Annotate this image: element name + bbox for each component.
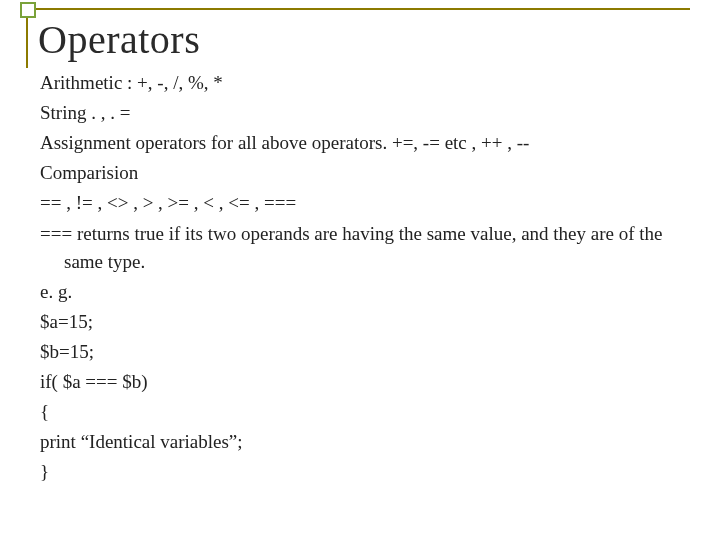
line-eg: e. g. xyxy=(40,278,692,306)
page-title: Operators xyxy=(38,16,692,63)
line-code-open: { xyxy=(40,398,692,426)
line-comparison-heading: Comparision xyxy=(40,159,692,187)
line-code-close: } xyxy=(40,458,692,486)
top-rule xyxy=(26,8,690,10)
slide: Operators Arithmetic : +, -, /, %, * Str… xyxy=(0,0,720,540)
line-arithmetic: Arithmetic : +, -, /, %, * xyxy=(40,69,692,97)
body-text: Arithmetic : +, -, /, %, * String . , . … xyxy=(40,69,692,487)
line-assignment: Assignment operators for all above opera… xyxy=(40,129,692,157)
line-code-print: print “Identical variables”; xyxy=(40,428,692,456)
accent-square xyxy=(20,2,36,18)
line-comparison-ops: == , != , <> , > , >= , < , <= , === xyxy=(40,189,692,217)
line-code-b: $b=15; xyxy=(40,338,692,366)
line-code-a: $a=15; xyxy=(40,308,692,336)
line-identical-desc: === returns true if its two operands are… xyxy=(40,220,692,276)
line-code-if: if( $a === $b) xyxy=(40,368,692,396)
line-string: String . , . = xyxy=(40,99,692,127)
